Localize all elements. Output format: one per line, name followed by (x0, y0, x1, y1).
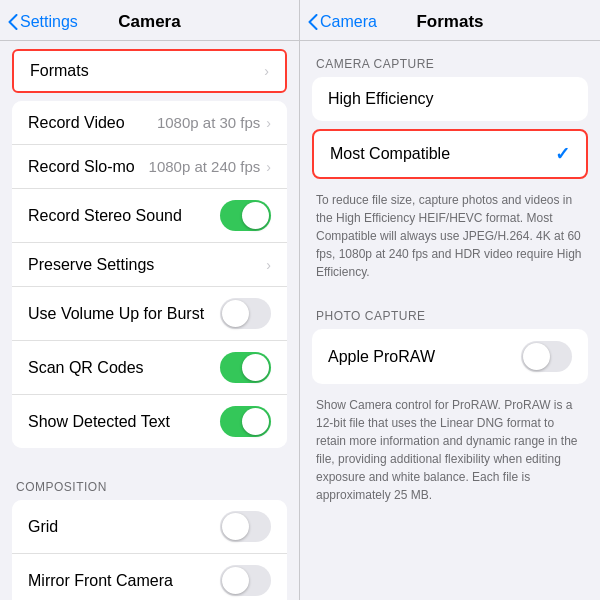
record-stereo-row: Record Stereo Sound (12, 189, 287, 243)
record-video-label: Record Video (28, 114, 157, 132)
formats-chevron-icon: › (264, 63, 269, 79)
proraw-desc: Show Camera control for ProRAW. ProRAW i… (300, 392, 600, 516)
scan-qr-row: Scan QR Codes (12, 341, 287, 395)
show-detected-text-toggle[interactable] (220, 406, 271, 437)
left-back-button[interactable]: Settings (8, 13, 78, 31)
right-nav-title: Formats (416, 12, 483, 32)
scan-qr-label: Scan QR Codes (28, 359, 220, 377)
composition-section-header: Composition (0, 464, 299, 500)
formats-row-highlighted[interactable]: Formats › (12, 49, 287, 93)
mirror-front-toggle[interactable] (220, 565, 271, 596)
toggle-knob-3 (242, 354, 269, 381)
record-video-row[interactable]: Record Video 1080p at 30 fps › (12, 101, 287, 145)
composition-group: Grid Mirror Front Camera View Outside th… (12, 500, 287, 600)
record-slomo-label: Record Slo-mo (28, 158, 149, 176)
high-efficiency-row[interactable]: High Efficiency (312, 77, 588, 121)
right-panel: Camera Formats Camera Capture High Effic… (300, 0, 600, 600)
left-nav-bar: Settings Camera (0, 0, 299, 41)
apple-proraw-row: Apple ProRAW (312, 329, 588, 384)
main-settings-group: Record Video 1080p at 30 fps › Record Sl… (12, 101, 287, 448)
grid-label: Grid (28, 518, 220, 536)
most-compatible-label: Most Compatible (330, 145, 555, 163)
record-stereo-label: Record Stereo Sound (28, 207, 220, 225)
record-slomo-value: 1080p at 240 fps (149, 158, 261, 175)
preserve-settings-chevron-icon: › (266, 257, 271, 273)
left-panel: Settings Camera Formats › Record Video 1… (0, 0, 300, 600)
apple-proraw-label: Apple ProRAW (328, 348, 521, 366)
most-compatible-row-highlighted[interactable]: Most Compatible ✓ (312, 129, 588, 179)
volume-burst-label: Use Volume Up for Burst (28, 305, 220, 323)
toggle-knob-10 (523, 343, 550, 370)
high-efficiency-label: High Efficiency (328, 90, 572, 108)
mirror-front-row: Mirror Front Camera (12, 554, 287, 600)
toggle-knob-5 (222, 513, 249, 540)
formats-label: Formats (30, 62, 264, 80)
toggle-knob-2 (222, 300, 249, 327)
volume-burst-row: Use Volume Up for Burst (12, 287, 287, 341)
record-stereo-toggle[interactable] (220, 200, 271, 231)
show-detected-text-row: Show Detected Text (12, 395, 287, 448)
toggle-knob (242, 202, 269, 229)
camera-capture-header: Camera Capture (300, 41, 600, 77)
apple-proraw-toggle[interactable] (521, 341, 572, 372)
toggle-knob-6 (222, 567, 249, 594)
camera-capture-desc: To reduce file size, capture photos and … (300, 187, 600, 293)
left-nav-title: Camera (118, 12, 180, 32)
mirror-front-label: Mirror Front Camera (28, 572, 220, 590)
preserve-settings-row[interactable]: Preserve Settings › (12, 243, 287, 287)
show-detected-text-label: Show Detected Text (28, 413, 220, 431)
checkmark-icon: ✓ (555, 143, 570, 165)
toggle-knob-4 (242, 408, 269, 435)
preserve-settings-label: Preserve Settings (28, 256, 266, 274)
right-back-button[interactable]: Camera (308, 13, 377, 31)
camera-capture-group: High Efficiency (312, 77, 588, 121)
record-slomo-chevron-icon: › (266, 159, 271, 175)
right-nav-bar: Camera Formats (300, 0, 600, 41)
grid-row: Grid (12, 500, 287, 554)
record-video-chevron-icon: › (266, 115, 271, 131)
record-slomo-row[interactable]: Record Slo-mo 1080p at 240 fps › (12, 145, 287, 189)
volume-burst-toggle[interactable] (220, 298, 271, 329)
record-video-value: 1080p at 30 fps (157, 114, 260, 131)
grid-toggle[interactable] (220, 511, 271, 542)
photo-capture-right-header: Photo Capture (300, 293, 600, 329)
scan-qr-toggle[interactable] (220, 352, 271, 383)
